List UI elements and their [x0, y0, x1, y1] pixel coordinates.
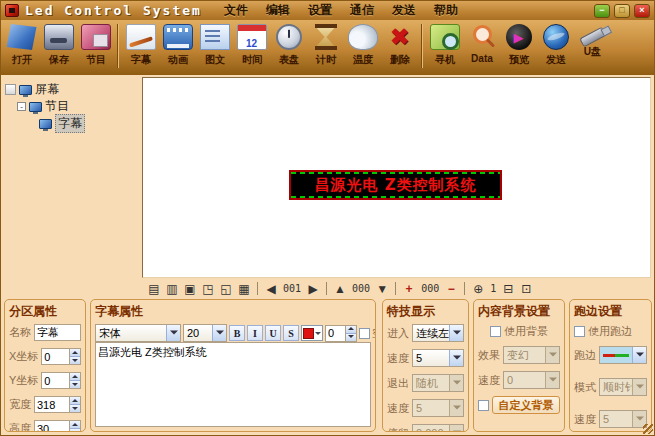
maximize-button[interactable]: □ [614, 4, 630, 18]
custom-background-checkbox[interactable] [478, 400, 489, 411]
timer-button[interactable]: 计时 [307, 22, 344, 72]
height-label: 高度 [9, 421, 31, 432]
tree-expander-icon[interactable]: - [17, 102, 26, 111]
chevron-down-icon[interactable] [166, 325, 180, 341]
data-button[interactable]: Data [463, 22, 500, 72]
strike-button[interactable]: S [283, 325, 299, 341]
hollow-checkbox[interactable] [359, 328, 370, 339]
chevron-down-icon[interactable] [449, 325, 463, 341]
graphics-label: 图文 [204, 53, 224, 67]
title-bar: Led Control System 文件 编辑 设置 通信 发送 帮助 − □… [1, 1, 654, 20]
data-icon [467, 24, 497, 50]
subtitle-button[interactable]: 字幕 [122, 22, 159, 72]
align-center-vertical-icon[interactable]: ▥ [164, 281, 180, 296]
subtitle-text-input[interactable]: 昌源光电 Z类控制系统 [95, 342, 371, 427]
font-size-select[interactable]: 20 [183, 324, 227, 342]
tree-item-subtitle[interactable]: 字幕 [5, 115, 138, 132]
spin-arrows[interactable] [69, 397, 80, 412]
spin-arrows[interactable] [69, 349, 80, 364]
enter-effect-select[interactable]: 连续左移 [412, 324, 464, 342]
width-input[interactable] [35, 397, 69, 412]
y-input[interactable] [42, 373, 69, 388]
menu-send[interactable]: 发送 [392, 2, 416, 19]
clock-face-button[interactable]: 表盘 [270, 22, 307, 72]
temperature-button[interactable]: 温度 [344, 22, 381, 72]
menu-edit[interactable]: 编辑 [266, 2, 290, 19]
italic-button[interactable]: I [247, 325, 263, 341]
height-input[interactable] [35, 421, 69, 432]
toolbar-separator [421, 24, 423, 68]
background-panel-title: 内容背景设置 [478, 303, 560, 320]
field-y: Y坐标 [9, 372, 81, 389]
menu-file[interactable]: 文件 [224, 2, 248, 19]
delete-button[interactable]: 删除 [381, 22, 418, 72]
preview-button[interactable]: 预览 [500, 22, 537, 72]
graphics-button[interactable]: 图文 [196, 22, 233, 72]
first-page-icon[interactable]: ◀ [263, 281, 279, 296]
open-button[interactable]: 打开 [3, 22, 40, 72]
subtitle-icon [126, 24, 156, 50]
align-left-icon[interactable]: ▤ [146, 281, 162, 296]
align-fill-icon[interactable]: ▦ [236, 281, 252, 296]
use-background-label: 使用背景 [504, 324, 548, 339]
resize-grip[interactable] [643, 424, 653, 434]
background-settings-panel: 内容背景设置 使用背景 效果 变幻 速度 0 自定义背景 [473, 299, 565, 432]
spin-arrows[interactable] [69, 373, 80, 388]
increase-icon[interactable]: + [401, 281, 417, 296]
font-select[interactable]: 宋体 [95, 324, 181, 342]
font-color-picker[interactable] [301, 325, 323, 341]
chevron-down-icon[interactable] [449, 350, 463, 366]
underline-button[interactable]: U [265, 325, 281, 341]
screen-checkbox-icon[interactable] [5, 84, 16, 95]
led-preview-partition[interactable]: 昌源光电 Z类控制系统 [289, 170, 502, 200]
chevron-down-icon[interactable] [212, 325, 226, 341]
zoom-icon[interactable]: ⊕ [470, 281, 486, 296]
tree-item-program[interactable]: - 节目 [5, 98, 138, 115]
use-background-checkbox[interactable] [490, 326, 501, 337]
tree-item-screen[interactable]: 屏幕 [5, 81, 138, 98]
x-input[interactable] [42, 349, 69, 364]
enter-speed-select[interactable]: 5 [412, 349, 464, 367]
send-button[interactable]: 发送 [537, 22, 574, 72]
program-button[interactable]: 节目 [77, 22, 114, 72]
menu-help[interactable]: 帮助 [434, 2, 458, 19]
find-device-button[interactable]: 寻机 [426, 22, 463, 72]
align-right-icon[interactable]: ▣ [182, 281, 198, 296]
animation-button[interactable]: 动画 [159, 22, 196, 72]
move-down-icon[interactable]: ▼ [374, 281, 390, 296]
time-button[interactable]: 时间 [233, 22, 270, 72]
preview-icon [506, 24, 532, 50]
use-border-checkbox[interactable] [574, 326, 585, 337]
align-corner-icon[interactable]: ◳ [200, 281, 216, 296]
enter-speed-row: 速度 5 [387, 349, 464, 367]
last-page-icon[interactable]: ▶ [305, 281, 321, 296]
x-label: X坐标 [9, 349, 38, 364]
menu-communication[interactable]: 通信 [350, 2, 374, 19]
usb-label: U盘 [584, 45, 601, 59]
spin-arrows[interactable] [345, 326, 356, 341]
temperature-icon [348, 24, 378, 50]
fit-screen-icon[interactable]: ⊡ [518, 281, 534, 296]
tree-screen-label: 屏幕 [35, 81, 59, 98]
move-up-icon[interactable]: ▲ [332, 281, 348, 296]
name-input[interactable] [34, 324, 81, 341]
minimize-button[interactable]: − [594, 4, 610, 18]
page-number: 001 [281, 283, 303, 294]
fit-width-icon[interactable]: ⊟ [500, 281, 516, 296]
save-button[interactable]: 保存 [40, 22, 77, 72]
field-height: 高度 [9, 420, 81, 432]
exit-speed-row: 速度 5 [387, 399, 464, 417]
strip-separator [464, 282, 465, 295]
usb-button[interactable]: U盘 [574, 22, 611, 72]
spin-arrows[interactable] [69, 421, 80, 432]
bold-button[interactable]: B [229, 325, 245, 341]
size-value: 000 [419, 283, 441, 294]
menu-settings[interactable]: 设置 [308, 2, 332, 19]
close-button[interactable]: × [634, 4, 650, 18]
chevron-down-icon [632, 379, 646, 395]
decrease-icon[interactable]: − [443, 281, 459, 296]
align-bottom-icon[interactable]: ◱ [218, 281, 234, 296]
editor-canvas[interactable]: 昌源光电 Z类控制系统 [142, 77, 651, 278]
custom-background-button[interactable]: 自定义背景 [492, 396, 560, 414]
spacing-input[interactable] [326, 326, 345, 341]
